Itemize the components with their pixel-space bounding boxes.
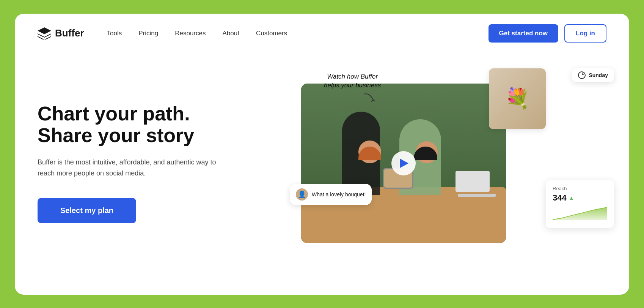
hero-section: Chart your path. Share your story Buffer… [15,53,629,273]
reach-up-icon: ▲ [569,195,574,201]
hero-subtext: Buffer is the most intuitive, affordable… [38,157,227,179]
hero-left: Chart your path. Share your story Buffer… [38,61,294,251]
nav-links: Tools Pricing Resources About Customers [107,30,488,37]
reach-value: 344 ▲ [553,193,607,203]
flowers-card: 💐 [489,68,546,129]
watch-annotation-text: Watch how Bufferhelps your business [324,72,381,90]
nav-pricing[interactable]: Pricing [138,30,158,37]
sunday-card: Sunday [572,68,614,82]
curved-arrow-icon [324,92,381,104]
login-button[interactable]: Log in [564,24,606,43]
nav-actions: Get started now Log in [488,24,606,43]
nav-about[interactable]: About [222,30,239,37]
sunday-label: Sunday [589,72,608,78]
hero-right: Watch how Bufferhelps your business [294,61,606,251]
logo-text: Buffer [55,27,84,39]
logo-link[interactable]: Buffer [38,27,84,39]
nav-customers[interactable]: Customers [256,30,287,37]
comment-bubble: 👤 What a lovely bouquet! [290,184,372,205]
reach-chart [553,206,607,221]
hero-heading: Chart your path. Share your story [38,103,294,146]
main-card: Buffer Tools Pricing Resources About Cus… [15,14,629,295]
clock-icon [578,71,586,79]
flowers-emoji: 💐 [505,87,530,110]
buffer-logo-icon [38,27,51,39]
get-started-button[interactable]: Get started now [488,24,558,43]
reach-label: Reach [553,186,607,191]
reach-card: Reach 344 ▲ [546,180,614,228]
navbar: Buffer Tools Pricing Resources About Cus… [15,14,629,53]
nav-resources[interactable]: Resources [175,30,206,37]
select-plan-button[interactable]: Select my plan [38,198,136,223]
play-button[interactable] [391,151,416,175]
nav-tools[interactable]: Tools [107,30,122,37]
avatar-emoji: 👤 [298,190,306,199]
hero-heading-line1: Chart your path. [38,103,190,125]
main-hero-image [301,84,506,243]
hero-heading-line2: Share your story [38,124,194,146]
watch-annotation: Watch how Bufferhelps your business [324,72,381,104]
play-icon [400,159,408,168]
comment-text: What a lovely bouquet! [312,191,366,197]
commenter-avatar: 👤 [296,188,308,201]
